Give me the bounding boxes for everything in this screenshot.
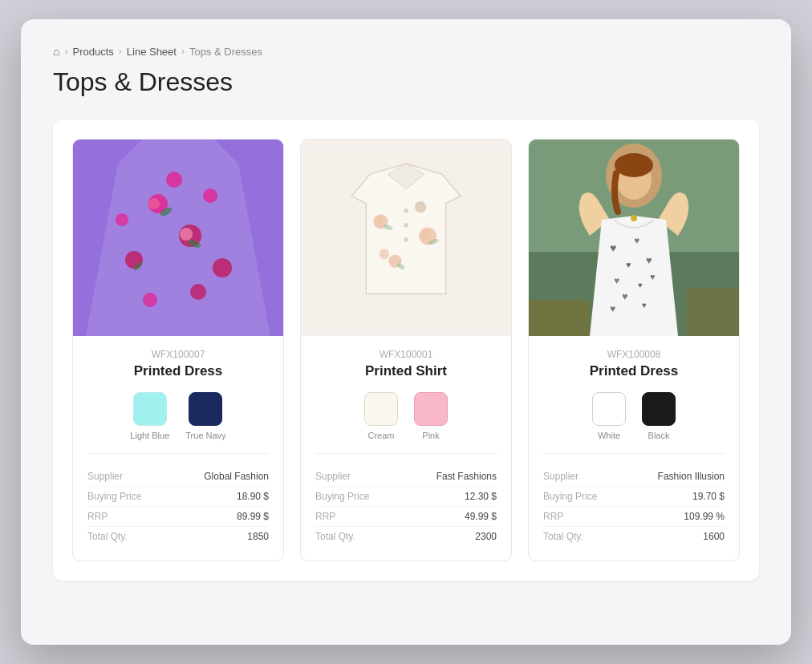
detail-buying-3: Buying Price 19.70 $ <box>543 487 725 507</box>
detail-qty-3: Total Qty. 1600 <box>543 527 725 546</box>
detail-rrp-3: RRP 109.99 % <box>543 507 725 527</box>
color-label-cream: Cream <box>367 431 394 440</box>
svg-point-4 <box>180 228 193 241</box>
color-label-true-navy: True Navy <box>185 431 225 440</box>
svg-point-44 <box>631 215 637 221</box>
detail-rrp-2: RRP 49.99 $ <box>315 507 497 527</box>
color-item-black: Black <box>642 392 676 440</box>
color-item-true-navy: True Navy <box>185 392 225 440</box>
color-label-pink: Pink <box>422 431 439 440</box>
svg-point-11 <box>143 293 157 307</box>
product-image-2 <box>301 140 511 336</box>
color-label-light-blue: Light Blue <box>130 431 169 440</box>
detail-qty-2: Total Qty. 2300 <box>315 527 497 546</box>
color-swatch-black[interactable] <box>642 392 676 426</box>
product-card-1-body: WFX100007 Printed Dress Light Blue True … <box>73 336 283 561</box>
product-code-3: WFX100008 <box>543 349 725 360</box>
breadcrumb-linesheet[interactable]: Line Sheet <box>127 46 177 58</box>
product-code-1: WFX100007 <box>87 349 269 360</box>
colors-row-2: Cream Pink <box>315 392 497 454</box>
details-table-2: Supplier Fast Fashions Buying Price 12.3… <box>315 467 497 546</box>
detail-buying-2: Buying Price 12.30 $ <box>315 487 497 507</box>
product-card-3: ♥ ♥ ♥ ♥ ♥ ♥ ♥ ♥ ♥ ♥ <box>528 139 740 561</box>
products-grid: WFX100007 Printed Dress Light Blue True … <box>53 119 759 581</box>
svg-point-16 <box>404 209 408 213</box>
svg-point-25 <box>380 249 390 260</box>
product-image-3: ♥ ♥ ♥ ♥ ♥ ♥ ♥ ♥ ♥ ♥ <box>529 140 739 336</box>
breadcrumb-products[interactable]: Products <box>72 46 113 58</box>
breadcrumb-sep-2: › <box>119 46 122 57</box>
detail-buying-1: Buying Price 18.90 $ <box>87 487 269 507</box>
svg-text:♥: ♥ <box>634 235 639 246</box>
color-swatch-cream[interactable] <box>364 392 398 426</box>
product-name-2: Printed Shirt <box>315 363 497 379</box>
color-swatch-pink[interactable] <box>414 392 448 426</box>
color-swatch-true-navy[interactable] <box>189 392 222 426</box>
colors-row-1: Light Blue True Navy <box>87 392 269 454</box>
svg-text:♥: ♥ <box>638 281 643 289</box>
svg-text:♥: ♥ <box>642 301 647 310</box>
svg-point-9 <box>116 213 128 226</box>
svg-text:♥: ♥ <box>614 275 619 286</box>
product-card-2-body: WFX100001 Printed Shirt Cream Pink Suppl… <box>301 336 511 561</box>
svg-text:♥: ♥ <box>622 290 628 302</box>
color-item-pink: Pink <box>414 392 448 440</box>
breadcrumb: ⌂ › Products › Line Sheet › Tops & Dress… <box>53 45 759 58</box>
color-swatch-white[interactable] <box>592 392 626 426</box>
details-table-3: Supplier Fashion Illusion Buying Price 1… <box>543 467 725 546</box>
svg-text:♥: ♥ <box>650 272 656 281</box>
svg-text:♥: ♥ <box>646 254 652 266</box>
product-card-3-body: WFX100008 Printed Dress White Black Supp… <box>529 336 739 561</box>
breadcrumb-current: Tops & Dresses <box>189 46 262 58</box>
svg-text:♥: ♥ <box>610 303 615 314</box>
detail-supplier-3: Supplier Fashion Illusion <box>543 467 725 487</box>
detail-qty-1: Total Qty. 1850 <box>87 527 269 546</box>
svg-point-17 <box>404 223 408 227</box>
breadcrumb-sep-1: › <box>64 46 67 57</box>
details-table-1: Supplier Global Fashion Buying Price 18.… <box>87 467 269 546</box>
product-card-1: WFX100007 Printed Dress Light Blue True … <box>72 139 284 561</box>
color-label-white: White <box>598 431 620 440</box>
svg-point-18 <box>404 237 408 241</box>
product-card-2: WFX100001 Printed Shirt Cream Pink Suppl… <box>300 139 512 561</box>
svg-point-5 <box>166 172 182 188</box>
color-item-cream: Cream <box>364 392 398 440</box>
svg-point-8 <box>213 258 232 277</box>
product-image-1 <box>73 140 283 336</box>
svg-point-2 <box>148 198 160 209</box>
page-title: Tops & Dresses <box>53 67 759 97</box>
detail-supplier-1: Supplier Global Fashion <box>87 467 269 487</box>
color-item-light-blue: Light Blue <box>130 392 169 440</box>
breadcrumb-sep-3: › <box>181 46 185 57</box>
svg-point-20 <box>375 216 384 225</box>
svg-rect-46 <box>686 288 739 336</box>
svg-point-10 <box>190 284 206 300</box>
svg-point-7 <box>203 188 217 203</box>
svg-text:♥: ♥ <box>626 260 631 269</box>
color-swatch-light-blue[interactable] <box>133 392 167 426</box>
svg-point-43 <box>615 153 653 177</box>
color-item-white: White <box>592 392 626 440</box>
svg-point-24 <box>415 201 426 213</box>
product-name-3: Printed Dress <box>543 363 725 379</box>
svg-point-22 <box>421 229 432 240</box>
main-window: ⌂ › Products › Line Sheet › Tops & Dress… <box>21 19 791 645</box>
color-label-black: Black <box>648 431 670 440</box>
svg-text:♥: ♥ <box>610 241 616 254</box>
product-code-2: WFX100001 <box>315 349 497 360</box>
detail-rrp-1: RRP 89.99 $ <box>87 507 269 527</box>
home-icon[interactable]: ⌂ <box>53 45 59 58</box>
product-name-1: Printed Dress <box>87 363 269 379</box>
detail-supplier-2: Supplier Fast Fashions <box>315 467 497 487</box>
colors-row-3: White Black <box>543 392 725 454</box>
svg-rect-45 <box>529 300 590 336</box>
